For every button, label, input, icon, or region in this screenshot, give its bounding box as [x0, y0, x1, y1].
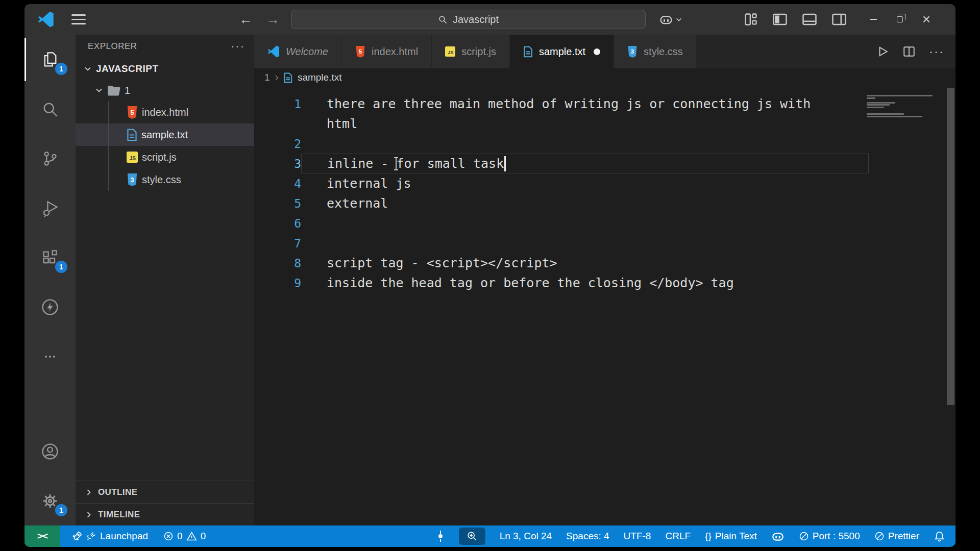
port-indicator[interactable]: Port : 5500 — [799, 531, 860, 542]
tab-label: index.html — [372, 46, 418, 58]
file-row-script-js[interactable]: JS script.js — [76, 146, 254, 168]
editor-line[interactable]: 8 script tag - <script></script> — [254, 253, 955, 273]
line-number: 4 — [254, 177, 301, 190]
outline-section-header[interactable]: OUTLINE — [76, 481, 254, 503]
editor-content[interactable]: 1 there are three main method of writing… — [254, 87, 955, 525]
minimize-button[interactable] — [860, 4, 887, 35]
zoom-indicator[interactable] — [459, 528, 485, 545]
tab-style-css[interactable]: 3 style.css — [614, 35, 697, 68]
svg-text:3: 3 — [131, 176, 134, 183]
svg-text:5: 5 — [359, 48, 362, 55]
editor-line-current[interactable]: 3 inline - for small task — [254, 154, 955, 173]
tab-label: sample.txt — [539, 46, 585, 58]
tab-index-html[interactable]: 5 index.html — [342, 35, 432, 68]
menu-hamburger-icon[interactable] — [71, 14, 86, 24]
toggle-primary-sidebar-icon[interactable] — [772, 12, 788, 27]
breadcrumb-file[interactable]: sample.txt — [298, 72, 342, 83]
copilot-status-icon[interactable] — [771, 530, 785, 543]
editor-line[interactable]: 2 — [254, 134, 955, 154]
editor-line-wrap[interactable]: html — [254, 114, 955, 134]
tab-sample-txt[interactable]: sample.txt — [510, 35, 614, 68]
problems-indicator[interactable]: 0 0 — [163, 531, 206, 542]
activity-run-debug-button[interactable] — [24, 183, 76, 233]
activity-bar: 1 — [24, 35, 76, 525]
folder-open-icon — [107, 85, 120, 96]
line-text: external — [327, 196, 388, 211]
close-button[interactable]: × — [913, 4, 940, 35]
editor-scrollbar[interactable] — [947, 88, 954, 405]
activity-search-button[interactable] — [24, 84, 76, 134]
restore-button[interactable] — [887, 4, 913, 35]
remote-indicator[interactable]: >< — [24, 525, 60, 547]
sidebar-actions-button[interactable]: ··· — [231, 40, 245, 53]
breadcrumb-chevron-icon: › — [275, 71, 279, 84]
editor-more-actions-button[interactable]: ··· — [929, 44, 944, 59]
editor-line[interactable]: 9 inside the head tag or before the clos… — [254, 273, 955, 293]
eol-indicator[interactable]: CRLF — [665, 531, 691, 542]
line-text: internal js — [327, 176, 411, 191]
css-file-icon: 3 — [627, 46, 638, 58]
activity-explorer-button[interactable]: 1 — [24, 35, 76, 84]
tab-script-js[interactable]: JS script.js — [432, 35, 510, 68]
line-text: inside the head tag or before the closin… — [327, 276, 734, 290]
editor-line[interactable]: 6 — [254, 213, 955, 233]
status-bar: >< Launchpad 0 0 — [24, 525, 955, 547]
tab-welcome[interactable]: Welcome — [254, 35, 342, 68]
folder-label: 1 — [125, 85, 130, 96]
minimap[interactable] — [867, 95, 938, 118]
css-file-icon: 3 — [127, 173, 138, 186]
circle-slash-icon — [874, 531, 885, 541]
line-text: inline - for small task — [327, 156, 504, 171]
run-button[interactable] — [876, 45, 889, 58]
error-icon — [163, 531, 174, 541]
explorer-badge: 1 — [55, 63, 67, 75]
cursor-position[interactable]: Ln 3, Col 24 — [500, 531, 552, 542]
timeline-section-header[interactable]: TIMELINE — [76, 503, 254, 525]
breadcrumb-folder[interactable]: 1 — [264, 72, 270, 83]
line-number: 9 — [254, 277, 301, 290]
braces-icon: {} — [705, 531, 712, 542]
forward-button[interactable]: → — [266, 12, 280, 28]
svg-text:3: 3 — [631, 48, 634, 55]
toggle-panel-icon[interactable] — [802, 12, 817, 27]
activity-extensions-button[interactable]: 1 — [24, 233, 76, 282]
toggle-secondary-sidebar-icon[interactable] — [831, 12, 847, 27]
js-file-icon: JS — [127, 152, 138, 163]
editor-line[interactable]: 5 external — [254, 193, 955, 213]
title-bar: ← → Javascript — [24, 4, 955, 35]
editor-line[interactable]: 4 internal js — [254, 173, 955, 193]
customize-layout-icon[interactable] — [744, 12, 758, 27]
copilot-menu-button[interactable] — [659, 12, 682, 27]
launchpad-button[interactable]: Launchpad — [71, 531, 148, 542]
activity-more-button[interactable] — [24, 332, 76, 381]
file-row-style-css[interactable]: 3 style.css — [76, 168, 254, 191]
activity-source-control-button[interactable] — [24, 134, 76, 183]
line-number: 2 — [254, 137, 301, 151]
editor-line[interactable]: 7 — [254, 233, 955, 253]
language-mode[interactable]: {} Plain Text — [705, 531, 757, 542]
command-center-search[interactable]: Javascript — [291, 10, 646, 29]
folder-row[interactable]: 1 — [76, 80, 254, 101]
editor-line[interactable]: 1 there are three main method of writing… — [254, 94, 955, 114]
indentation-indicator[interactable]: Spaces: 4 — [566, 531, 609, 542]
line-number: 8 — [254, 257, 301, 270]
file-row-index-html[interactable]: 5 index.html — [76, 101, 254, 123]
split-editor-button[interactable] — [902, 45, 916, 58]
file-row-sample-txt[interactable]: sample.txt — [76, 123, 254, 146]
txt-file-icon — [523, 46, 533, 58]
back-button[interactable]: ← — [239, 12, 253, 28]
outline-label: OUTLINE — [98, 487, 137, 497]
settings-button[interactable]: 1 — [24, 476, 76, 525]
activity-thunder-client-button[interactable] — [24, 282, 76, 332]
dirty-indicator-dot — [594, 48, 600, 55]
notifications-bell-icon[interactable] — [934, 531, 945, 542]
run-debug-icon — [41, 199, 59, 217]
encoding-indicator[interactable]: UTF-8 — [624, 531, 651, 542]
zoom-in-icon — [467, 531, 478, 542]
sidebar-title: EXPLORER — [88, 41, 137, 52]
account-button[interactable] — [24, 427, 76, 476]
workspace-root-row[interactable]: JAVASCRIPT — [76, 58, 254, 80]
chevron-down-icon — [95, 86, 103, 94]
mouse-ibeam-cursor — [396, 157, 397, 170]
prettier-indicator[interactable]: Prettier — [874, 531, 919, 542]
